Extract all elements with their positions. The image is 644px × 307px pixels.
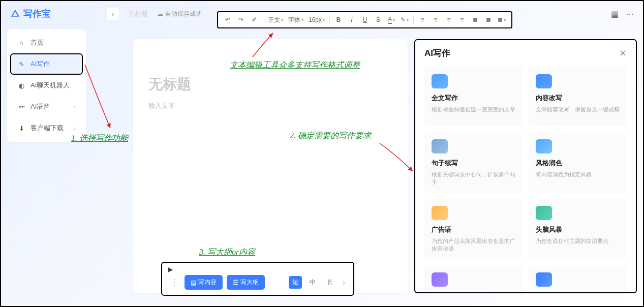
sidebar: ⌂ 首页 ✎ AI写作 ◐ AI聊天机器人 ⬴ AI语音 › ⬇ 客户端下载 ›	[7, 29, 86, 142]
italic-button[interactable]: I	[346, 14, 357, 26]
card-icon	[536, 272, 552, 287]
length-mid[interactable]: 中	[306, 276, 319, 289]
more-icon[interactable]: ⋯	[626, 9, 634, 19]
card-icon	[432, 139, 448, 154]
sidebar-item-download[interactable]: ⬇ 客户端下载 ›	[10, 117, 83, 139]
card-icon	[536, 74, 552, 88]
play-icon: ▶	[168, 266, 347, 273]
ai-card-adcopy[interactable]: 广告语为您的产品头脑风暴出有创意的广告宣传语	[424, 199, 523, 259]
editor-toolbar: ↶ ↷ ✐ 正文▾ 字体▾ 16px▾ B I U S A▾ ✎▾ ≡ ≡ ≡ …	[217, 11, 512, 28]
more-vert-icon[interactable]: ⋮	[168, 278, 180, 287]
align-left-button[interactable]: ≡	[417, 14, 428, 26]
card-icon	[536, 139, 552, 154]
app-logo: 写作宝	[10, 8, 51, 20]
align-justify-button[interactable]: ≡	[456, 14, 468, 26]
ai-card-brainstorm[interactable]: 头脑风暴为您生成任何主题的知识要点	[529, 199, 627, 259]
write-content-button[interactable]: ▤写内容	[185, 275, 223, 290]
ai-card-polish[interactable]: 风格润色将内容润色为指定风格	[529, 132, 627, 193]
font-color-button[interactable]: A▾	[386, 14, 397, 26]
align-center-button[interactable]: ≡	[430, 14, 441, 26]
card-icon	[536, 206, 552, 220]
chevron-right-icon: ›	[74, 125, 76, 131]
ai-card-extra-1[interactable]	[424, 265, 523, 293]
header-nav: ‹ 无标题 ☁ 自动保存成功	[107, 8, 202, 20]
title-input[interactable]: 无标题	[148, 75, 392, 94]
body-input[interactable]: 输入文字	[148, 101, 392, 110]
pen-icon: ✎	[17, 60, 25, 68]
sidebar-item-ai-chat[interactable]: ◐ AI聊天机器人	[10, 75, 83, 96]
autosave-status: ☁ 自动保存成功	[157, 10, 202, 18]
card-icon	[432, 74, 448, 88]
length-long[interactable]: 长	[323, 276, 336, 289]
ai-card-full-write[interactable]: 全文写作根据标题快速创建一篇完整的文章	[424, 67, 523, 126]
font-size-select[interactable]: 16px▾	[307, 14, 326, 26]
ai-panel-title: AI写作	[424, 47, 450, 59]
paragraph-style-select[interactable]: 正文▾	[266, 14, 285, 26]
arrow-1	[82, 62, 123, 133]
list-icon: ☰	[233, 279, 238, 286]
back-button[interactable]: ‹	[107, 8, 119, 20]
sidebar-item-home[interactable]: ⌂ 首页	[10, 32, 83, 53]
editor-area[interactable]: 无标题 输入文字	[133, 39, 408, 293]
ai-card-rewrite[interactable]: 内容改写文章段落改写，保留原义一键成稿	[529, 67, 627, 126]
doc-icon: ▤	[191, 279, 196, 286]
redo-button[interactable]: ↷	[235, 14, 247, 26]
logo-icon	[10, 9, 20, 19]
doc-tab-untitled[interactable]: 无标题	[128, 9, 148, 18]
undo-button[interactable]: ↶	[222, 14, 233, 26]
write-outline-button[interactable]: ☰写大纲	[227, 275, 265, 290]
length-short[interactable]: 短	[289, 276, 302, 289]
ai-card-continue[interactable]: 句子续写根据关键词或中心句，扩展多个句子	[424, 132, 523, 193]
format-painter-button[interactable]: ✐	[249, 14, 260, 26]
card-icon	[432, 206, 448, 220]
app-name: 写作宝	[23, 8, 51, 20]
cloud-icon: ☁	[157, 10, 163, 17]
font-family-select[interactable]: 字体▾	[287, 14, 305, 26]
grid-icon[interactable]: ▦	[611, 9, 619, 19]
chevron-right-icon[interactable]: ›	[341, 278, 347, 287]
highlight-button[interactable]: ✎▾	[399, 14, 410, 26]
ai-writing-panel: AI写作 ✕ 全文写作根据标题快速创建一篇完整的文章 内容改写文章段落改写，保留…	[414, 39, 637, 293]
indent-button[interactable]: ≣▾	[496, 14, 507, 26]
list-ordered-button[interactable]: ≣	[470, 14, 481, 26]
align-right-button[interactable]: ≡	[443, 14, 454, 26]
sidebar-item-ai-write[interactable]: ✎ AI写作	[10, 53, 83, 75]
bold-button[interactable]: B	[333, 14, 344, 26]
chat-icon: ◐	[17, 82, 25, 89]
download-icon: ⬇	[17, 125, 25, 132]
chevron-right-icon: ›	[74, 104, 76, 110]
bottom-action-bar: ▶ ⋮ ▤写内容 ☰写大纲 短 中 长 ›	[161, 262, 354, 296]
home-icon: ⌂	[17, 39, 25, 47]
ai-card-extra-2[interactable]	[529, 265, 627, 293]
close-icon[interactable]: ✕	[619, 48, 627, 59]
card-icon	[432, 272, 448, 287]
sidebar-item-ai-voice[interactable]: ⬴ AI语音 ›	[10, 96, 83, 117]
voice-icon: ⬴	[17, 103, 25, 111]
strike-button[interactable]: S	[373, 14, 384, 26]
underline-button[interactable]: U	[359, 14, 371, 26]
list-unordered-button[interactable]: ≣	[483, 14, 494, 26]
